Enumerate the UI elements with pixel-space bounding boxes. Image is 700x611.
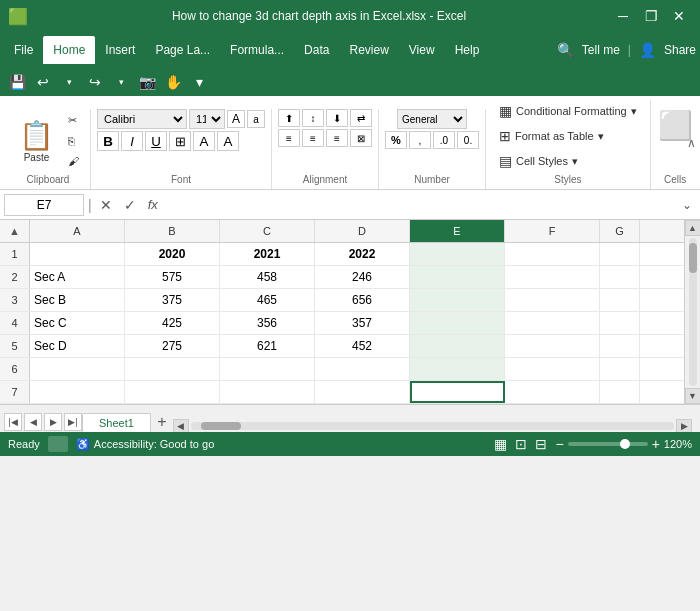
font-size-select[interactable]: 11 xyxy=(189,109,225,129)
cell-B1[interactable]: 2020 xyxy=(125,243,220,265)
formula-confirm-button[interactable]: ✓ xyxy=(120,195,140,215)
increase-decimal-button[interactable]: .0 xyxy=(433,131,455,149)
cell-D5[interactable]: 452 xyxy=(315,335,410,357)
col-header-F[interactable]: F xyxy=(505,220,600,242)
row-header-7[interactable]: 7 xyxy=(0,381,30,403)
cell-D3[interactable]: 656 xyxy=(315,289,410,311)
fill-color-button[interactable]: A xyxy=(193,131,215,151)
cell-B6[interactable] xyxy=(125,358,220,380)
decrease-font-button[interactable]: a xyxy=(247,110,265,128)
menu-home[interactable]: Home xyxy=(43,36,95,64)
font-name-select[interactable]: Calibri xyxy=(97,109,187,129)
sheet-tab-sheet1[interactable]: Sheet1 xyxy=(82,413,151,433)
cell-D2[interactable]: 246 xyxy=(315,266,410,288)
menu-file[interactable]: File xyxy=(4,36,43,64)
v-scroll-thumb[interactable] xyxy=(689,243,697,273)
cell-C5[interactable]: 621 xyxy=(220,335,315,357)
redo-button[interactable]: ↪ xyxy=(84,71,106,93)
cell-A3[interactable]: Sec B xyxy=(30,289,125,311)
border-button[interactable]: ⊞ xyxy=(169,131,191,151)
cell-E1[interactable] xyxy=(410,243,505,265)
vertical-scrollbar[interactable]: ▲ ▼ xyxy=(684,220,700,404)
cell-E5[interactable] xyxy=(410,335,505,357)
formula-expand-button[interactable]: ⌄ xyxy=(678,198,696,212)
undo-button[interactable]: ↩ xyxy=(32,71,54,93)
close-button[interactable]: ✕ xyxy=(666,3,692,29)
name-box[interactable] xyxy=(4,194,84,216)
save-button[interactable]: 💾 xyxy=(6,71,28,93)
cell-styles-button[interactable]: ▤ Cell Styles ▾ xyxy=(492,150,585,172)
screenshot-button[interactable]: 📷 xyxy=(136,71,158,93)
cell-D4[interactable]: 357 xyxy=(315,312,410,334)
wrap-text-button[interactable]: ⇄ xyxy=(350,109,372,127)
format-as-table-button[interactable]: ⊞ Format as Table ▾ xyxy=(492,125,611,147)
decrease-decimal-button[interactable]: 0. xyxy=(457,131,479,149)
cell-C7[interactable] xyxy=(220,381,315,403)
row-header-3[interactable]: 3 xyxy=(0,289,30,311)
corner-cell[interactable]: ▲ xyxy=(0,220,30,242)
row-header-5[interactable]: 5 xyxy=(0,335,30,357)
cell-G4[interactable] xyxy=(600,312,640,334)
cell-F1[interactable] xyxy=(505,243,600,265)
cell-A4[interactable]: Sec C xyxy=(30,312,125,334)
cell-E3[interactable] xyxy=(410,289,505,311)
tab-last-button[interactable]: ▶| xyxy=(64,413,82,431)
cell-D7[interactable] xyxy=(315,381,410,403)
cell-B2[interactable]: 575 xyxy=(125,266,220,288)
merge-button[interactable]: ⊠ xyxy=(350,129,372,147)
view-page-button[interactable]: ⊡ xyxy=(515,436,527,452)
zoom-slider[interactable] xyxy=(568,442,648,446)
cell-E2[interactable] xyxy=(410,266,505,288)
scroll-right-button[interactable]: ▶ xyxy=(676,419,692,433)
cell-C3[interactable]: 465 xyxy=(220,289,315,311)
cell-E7[interactable] xyxy=(410,381,505,403)
number-format-select[interactable]: General xyxy=(397,109,467,129)
zoom-out-button[interactable]: − xyxy=(555,436,563,452)
align-center-button[interactable]: ≡ xyxy=(302,129,324,147)
align-top-button[interactable]: ⬆ xyxy=(278,109,300,127)
cell-G1[interactable] xyxy=(600,243,640,265)
underline-button[interactable]: U xyxy=(145,131,167,151)
cell-F3[interactable] xyxy=(505,289,600,311)
cell-B7[interactable] xyxy=(125,381,220,403)
cell-A5[interactable]: Sec D xyxy=(30,335,125,357)
paste-button[interactable]: 📋 Paste xyxy=(12,114,61,168)
font-color-button[interactable]: A xyxy=(217,131,239,151)
col-header-D[interactable]: D xyxy=(315,220,410,242)
share-label[interactable]: Share xyxy=(664,43,696,57)
ribbon-expand-icon[interactable]: ∧ xyxy=(687,136,696,150)
col-header-E[interactable]: E xyxy=(410,220,505,242)
cell-G5[interactable] xyxy=(600,335,640,357)
row-header-4[interactable]: 4 xyxy=(0,312,30,334)
h-scroll-track[interactable] xyxy=(191,422,674,430)
tab-first-button[interactable]: |◀ xyxy=(4,413,22,431)
formula-cancel-button[interactable]: ✕ xyxy=(96,195,116,215)
undo-dropdown[interactable]: ▾ xyxy=(58,71,80,93)
cell-C2[interactable]: 458 xyxy=(220,266,315,288)
cell-G2[interactable] xyxy=(600,266,640,288)
align-middle-button[interactable]: ↕ xyxy=(302,109,324,127)
menu-data[interactable]: Data xyxy=(294,36,339,64)
cell-G7[interactable] xyxy=(600,381,640,403)
cell-A6[interactable] xyxy=(30,358,125,380)
view-normal-button[interactable]: ▦ xyxy=(494,436,507,452)
cut-button[interactable]: ✂ xyxy=(63,111,84,130)
cell-A7[interactable] xyxy=(30,381,125,403)
align-bottom-button[interactable]: ⬇ xyxy=(326,109,348,127)
cell-G3[interactable] xyxy=(600,289,640,311)
menu-page-layout[interactable]: Page La... xyxy=(145,36,220,64)
align-left-button[interactable]: ≡ xyxy=(278,129,300,147)
col-header-A[interactable]: A xyxy=(30,220,125,242)
italic-button[interactable]: I xyxy=(121,131,143,151)
format-painter-button[interactable]: 🖌 xyxy=(63,152,84,170)
cell-F4[interactable] xyxy=(505,312,600,334)
increase-font-button[interactable]: A xyxy=(227,110,245,128)
minimize-button[interactable]: ─ xyxy=(610,3,636,29)
scroll-left-button[interactable]: ◀ xyxy=(173,419,189,433)
menu-insert[interactable]: Insert xyxy=(95,36,145,64)
row-header-2[interactable]: 2 xyxy=(0,266,30,288)
scroll-up-button[interactable]: ▲ xyxy=(685,220,701,236)
scroll-down-button[interactable]: ▼ xyxy=(685,388,701,404)
conditional-formatting-button[interactable]: ▦ Conditional Formatting ▾ xyxy=(492,100,644,122)
menu-view[interactable]: View xyxy=(399,36,445,64)
